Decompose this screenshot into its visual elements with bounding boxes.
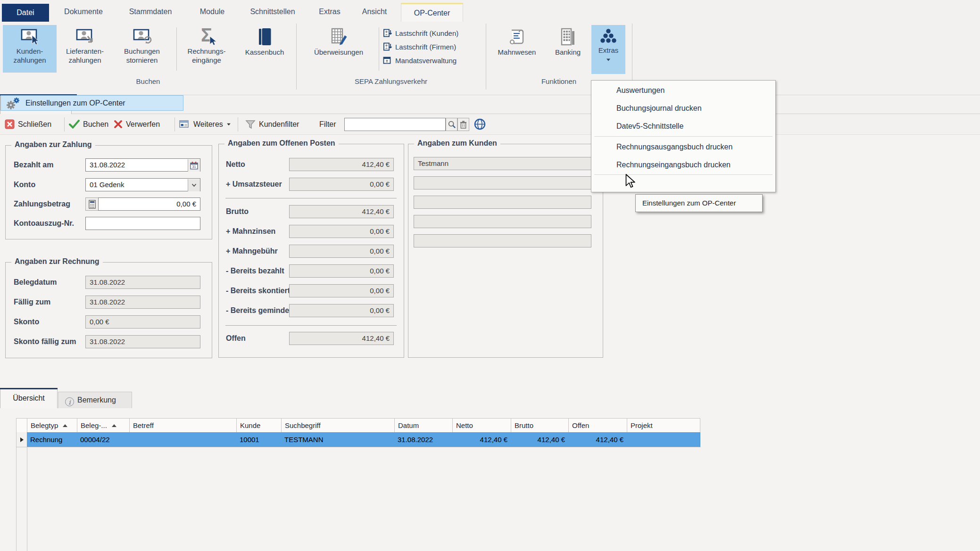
table-header-marker bbox=[16, 418, 27, 433]
search-button[interactable] bbox=[446, 118, 457, 131]
mahnzinsen-label: + Mahnzinsen bbox=[226, 227, 275, 236]
table-header-belegtyp[interactable]: Belegtyp bbox=[27, 418, 77, 433]
marker-column-border bbox=[27, 447, 27, 551]
menu-item-auswertungen[interactable]: Auswertungen bbox=[591, 82, 775, 99]
direct-debit-company-icon bbox=[383, 42, 392, 51]
tab-bemerkung[interactable]: iBemerkung bbox=[58, 392, 132, 408]
table-header-brutto[interactable]: Brutto bbox=[511, 418, 569, 433]
buchen-button[interactable]: Buchen bbox=[69, 114, 108, 134]
calculator-button[interactable] bbox=[85, 197, 99, 211]
ueberweisungen-button[interactable]: Überweisungen bbox=[302, 25, 375, 73]
brutto-field: 412,40 € bbox=[289, 205, 394, 218]
kassenbuch-button[interactable]: Kassenbuch bbox=[236, 25, 293, 73]
table-header-offen[interactable]: Offen bbox=[568, 418, 627, 433]
skonto-faellig-field: 31.08.2022 bbox=[85, 335, 200, 348]
menu-module[interactable]: Module bbox=[195, 5, 230, 19]
sort-asc-icon bbox=[112, 424, 116, 427]
rechnungseingaenge-button[interactable]: Σ Rechnungs- eingänge bbox=[180, 25, 233, 73]
lastschrift-firmen-button[interactable]: Lastschrift (Firmen) bbox=[383, 40, 483, 54]
kunde-field-4 bbox=[414, 215, 591, 228]
cell-projekt[interactable] bbox=[627, 432, 700, 447]
form-window-icon bbox=[179, 120, 190, 129]
ribbon-group-divider bbox=[632, 24, 632, 90]
table-header-projekt[interactable]: Projekt bbox=[627, 418, 700, 433]
kundenzahlungen-button[interactable]: Kunden- zahlungen bbox=[3, 25, 57, 73]
kunde-field-5 bbox=[414, 234, 591, 247]
menu-item-datev5[interactable]: Datev5-Schnittstelle bbox=[591, 117, 775, 135]
info-icon: i bbox=[65, 397, 74, 406]
skonto-faellig-label: Skonto fällig zum bbox=[14, 337, 76, 346]
belegdatum-label: Belegdatum bbox=[14, 278, 57, 287]
menu-stammdaten[interactable]: Stammdaten bbox=[124, 5, 177, 19]
lastschrift-firmen-label: Lastschrift (Firmen) bbox=[395, 43, 456, 51]
table-header-datum[interactable]: Datum bbox=[394, 418, 453, 433]
mandatsverwaltung-button[interactable]: Mandatsverwaltung bbox=[383, 54, 483, 67]
ribbon: Kunden- zahlungen Lieferanten- zahlungen… bbox=[0, 22, 980, 94]
mahngebuehr-field: 0,00 € bbox=[289, 245, 394, 258]
extras-dropdown-menu: Auswertungen Buchungsjournal drucken Dat… bbox=[591, 80, 776, 192]
filter-input[interactable] bbox=[344, 118, 446, 131]
lieferantenzahlungen-button[interactable]: Lieferanten- zahlungen bbox=[58, 25, 111, 73]
table-header-kunde[interactable]: Kunde bbox=[236, 418, 282, 433]
row-marker-icon bbox=[20, 437, 24, 442]
table-header-betreff[interactable]: Betreff bbox=[129, 418, 237, 433]
verwerfen-button[interactable]: Verwerfen bbox=[114, 114, 160, 134]
fieldset-kunde-legend: Angaben zum Kunden bbox=[414, 139, 500, 148]
fieldset-op-legend: Angaben zum Offenen Posten bbox=[224, 139, 339, 148]
menu-item-einstellungen[interactable]: Einstellungen zum OP-Center bbox=[0, 95, 183, 111]
fieldset-rechnung: Angaben zur Rechnung Belegdatum 31.08.20… bbox=[5, 262, 212, 358]
menu-datei[interactable]: Datei bbox=[2, 4, 49, 22]
tab-uebersicht[interactable]: Übersicht bbox=[0, 389, 58, 408]
kundenfilter-button[interactable]: Kundenfilter bbox=[245, 114, 299, 134]
cell-suchbegriff[interactable]: TESTMANN bbox=[281, 432, 395, 447]
table-header-belegnr[interactable]: Beleg-... bbox=[77, 418, 130, 433]
schliessen-button[interactable]: Schließen bbox=[5, 114, 51, 134]
toolbar-divider bbox=[64, 117, 65, 132]
buchungen-stornieren-button[interactable]: Buchungen stornieren bbox=[113, 25, 171, 73]
clear-filter-button[interactable] bbox=[457, 118, 469, 131]
cell-offen[interactable]: 412,40 € bbox=[568, 432, 627, 447]
cell-belegnr[interactable]: 00004/22 bbox=[77, 432, 130, 447]
menu-schnittstellen[interactable]: Schnittstellen bbox=[244, 5, 301, 19]
cell-belegtyp[interactable]: Rechnung bbox=[27, 432, 77, 447]
weiteres-button[interactable]: Weiteres bbox=[179, 114, 231, 134]
banknote-cancel-icon bbox=[132, 27, 152, 46]
combo-dropdown-button[interactable] bbox=[188, 179, 200, 191]
offen-field: 412,40 € bbox=[289, 332, 394, 345]
total-divider bbox=[225, 325, 397, 326]
menu-ansicht[interactable]: Ansicht bbox=[358, 5, 390, 19]
cell-netto[interactable]: 412,40 € bbox=[452, 432, 511, 447]
ribbon-divider bbox=[176, 27, 177, 71]
umsatzsteuer-field: 0,00 € bbox=[289, 178, 394, 191]
cell-datum[interactable]: 31.08.2022 bbox=[394, 432, 453, 447]
menu-item-rechnungsausgangsbuch[interactable]: Rechnungsausgangsbuch drucken bbox=[591, 138, 775, 156]
zahlungsbetrag-field[interactable]: 0,00 € bbox=[98, 197, 200, 211]
refresh-globe-button[interactable] bbox=[473, 114, 486, 134]
bezahlt-am-field[interactable]: 31.08.2022 31 bbox=[85, 158, 200, 172]
kontoauszug-field[interactable] bbox=[85, 217, 200, 230]
mandatsverwaltung-label: Mandatsverwaltung bbox=[395, 57, 457, 65]
table-header-netto[interactable]: Netto bbox=[452, 418, 511, 433]
ribbon-tab-op-center[interactable]: OP-Center bbox=[401, 3, 463, 22]
banking-button[interactable]: Banking bbox=[547, 25, 589, 73]
zahlungsbetrag-label: Zahlungsbetrag bbox=[14, 200, 70, 208]
extras-button[interactable]: Extras bbox=[591, 25, 625, 74]
group-label-sepa: SEPA Zahlungsverkehr bbox=[296, 77, 486, 88]
konto-combobox[interactable]: 01 Gedenk bbox=[85, 178, 200, 191]
gears-icon bbox=[5, 97, 20, 110]
menu-dokumente[interactable]: Dokumente bbox=[60, 5, 107, 19]
cell-betreff[interactable] bbox=[129, 432, 237, 447]
menu-extras[interactable]: Extras bbox=[316, 5, 343, 19]
bereits-skontiert-label: - Bereits skontiert bbox=[226, 287, 290, 295]
calendar-button[interactable]: 31 bbox=[188, 159, 200, 172]
cell-kunde[interactable]: 10001 bbox=[236, 432, 282, 447]
table-header-suchbegriff[interactable]: Suchbegriff bbox=[281, 418, 395, 433]
lastschrift-kunden-button[interactable]: Lastschrift (Kunden) bbox=[383, 26, 483, 40]
chevron-down-icon bbox=[191, 183, 197, 187]
menu-item-rechnungseingangsbuch[interactable]: Rechnungseingangsbuch drucken bbox=[591, 156, 775, 174]
umsatzsteuer-label: + Umsatzsteuer bbox=[226, 180, 282, 189]
kunde-name-field: Testmann bbox=[414, 157, 591, 170]
cell-brutto[interactable]: 412,40 € bbox=[511, 432, 569, 447]
mahnwesen-button[interactable]: Mahnwesen bbox=[490, 25, 544, 73]
menu-item-buchungsjournal[interactable]: Buchungsjournal drucken bbox=[591, 99, 775, 117]
